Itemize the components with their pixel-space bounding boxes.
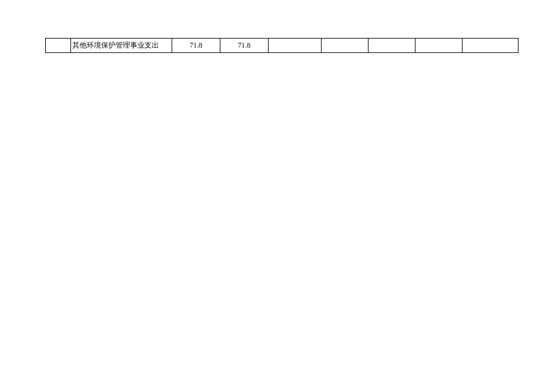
cell-value-6 [416,39,462,53]
cell-value-5 [369,39,416,53]
table-row: 其他环境保护管理事业支出 71.8 71.8 [46,39,518,53]
cell-value-1: 71.8 [172,39,220,53]
cell-value-2: 71.8 [220,39,269,53]
data-table: 其他环境保护管理事业支出 71.8 71.8 [45,38,518,53]
cell-item-name: 其他环境保护管理事业支出 [71,39,172,53]
cell-index [46,39,71,53]
cell-value-7 [462,39,518,53]
cell-value-4 [322,39,369,53]
data-table-fragment: 其他环境保护管理事业支出 71.8 71.8 [45,38,518,53]
cell-value-3 [269,39,322,53]
